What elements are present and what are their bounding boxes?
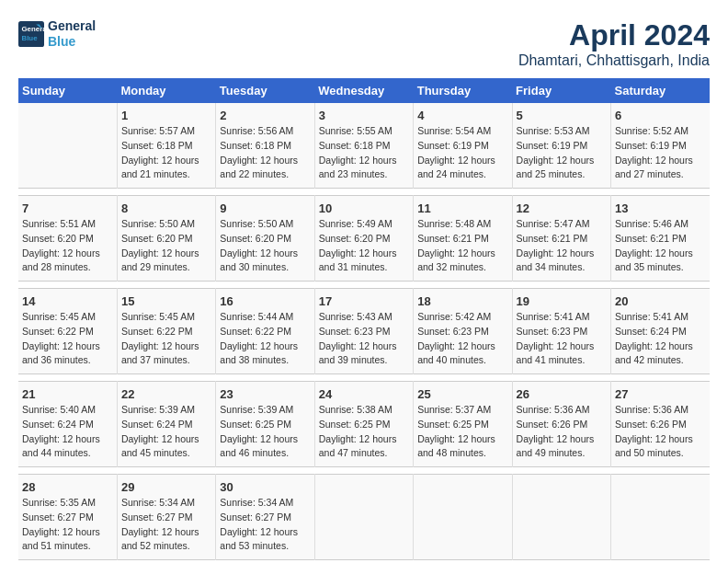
day-number: 3 bbox=[319, 109, 409, 122]
calendar-cell: 4Sunrise: 5:54 AM Sunset: 6:19 PM Daylig… bbox=[414, 103, 512, 189]
calendar-cell: 3Sunrise: 5:55 AM Sunset: 6:18 PM Daylig… bbox=[314, 103, 413, 189]
calendar-cell bbox=[512, 475, 610, 560]
calendar-cell: 12Sunrise: 5:47 AM Sunset: 6:21 PM Dayli… bbox=[512, 196, 610, 282]
calendar-cell: 25Sunrise: 5:37 AM Sunset: 6:25 PM Dayli… bbox=[414, 382, 512, 467]
weekday-header: Friday bbox=[512, 78, 610, 103]
day-number: 8 bbox=[121, 201, 211, 215]
separator-cell bbox=[18, 374, 710, 382]
day-number: 7 bbox=[22, 201, 113, 215]
day-info: Sunrise: 5:54 AM Sunset: 6:19 PM Dayligh… bbox=[417, 124, 507, 182]
calendar-cell bbox=[18, 103, 117, 189]
calendar-week-row: 14Sunrise: 5:45 AM Sunset: 6:22 PM Dayli… bbox=[18, 289, 710, 374]
calendar-cell: 24Sunrise: 5:38 AM Sunset: 6:25 PM Dayli… bbox=[314, 382, 413, 467]
day-number: 18 bbox=[417, 294, 507, 308]
day-info: Sunrise: 5:48 AM Sunset: 6:21 PM Dayligh… bbox=[417, 217, 507, 275]
day-number: 26 bbox=[517, 387, 607, 401]
day-info: Sunrise: 5:47 AM Sunset: 6:21 PM Dayligh… bbox=[517, 217, 607, 275]
page-header: General Blue General Blue April 2024 Dha… bbox=[18, 18, 710, 69]
calendar-cell: 29Sunrise: 5:34 AM Sunset: 6:27 PM Dayli… bbox=[117, 475, 215, 560]
day-info: Sunrise: 5:39 AM Sunset: 6:24 PM Dayligh… bbox=[121, 403, 211, 461]
month-title: April 2024 bbox=[518, 18, 710, 52]
calendar-cell: 2Sunrise: 5:56 AM Sunset: 6:18 PM Daylig… bbox=[216, 103, 314, 189]
day-number: 12 bbox=[517, 201, 607, 215]
calendar-week-row: 28Sunrise: 5:35 AM Sunset: 6:27 PM Dayli… bbox=[18, 475, 710, 560]
day-number: 5 bbox=[517, 109, 607, 122]
day-info: Sunrise: 5:50 AM Sunset: 6:20 PM Dayligh… bbox=[220, 217, 310, 275]
calendar-cell bbox=[414, 475, 512, 560]
day-info: Sunrise: 5:41 AM Sunset: 6:23 PM Dayligh… bbox=[517, 310, 607, 368]
day-info: Sunrise: 5:41 AM Sunset: 6:24 PM Dayligh… bbox=[615, 310, 706, 368]
weekday-header: Thursday bbox=[414, 78, 512, 103]
week-separator bbox=[18, 374, 710, 382]
day-number: 11 bbox=[417, 201, 507, 215]
day-number: 2 bbox=[220, 109, 310, 122]
day-number: 14 bbox=[22, 294, 113, 308]
calendar-table: SundayMondayTuesdayWednesdayThursdayFrid… bbox=[18, 78, 710, 560]
day-number: 17 bbox=[319, 294, 409, 308]
day-info: Sunrise: 5:39 AM Sunset: 6:25 PM Dayligh… bbox=[220, 403, 310, 461]
calendar-week-row: 21Sunrise: 5:40 AM Sunset: 6:24 PM Dayli… bbox=[18, 382, 710, 467]
calendar-cell: 14Sunrise: 5:45 AM Sunset: 6:22 PM Dayli… bbox=[18, 289, 117, 374]
day-info: Sunrise: 5:55 AM Sunset: 6:18 PM Dayligh… bbox=[319, 124, 409, 182]
day-number: 13 bbox=[615, 201, 706, 215]
calendar-week-row: 1Sunrise: 5:57 AM Sunset: 6:18 PM Daylig… bbox=[18, 103, 710, 189]
weekday-header: Monday bbox=[117, 78, 215, 103]
weekday-header: Tuesday bbox=[216, 78, 314, 103]
day-info: Sunrise: 5:46 AM Sunset: 6:21 PM Dayligh… bbox=[615, 217, 706, 275]
day-info: Sunrise: 5:38 AM Sunset: 6:25 PM Dayligh… bbox=[319, 403, 409, 461]
calendar-cell: 21Sunrise: 5:40 AM Sunset: 6:24 PM Dayli… bbox=[18, 382, 117, 467]
day-info: Sunrise: 5:51 AM Sunset: 6:20 PM Dayligh… bbox=[22, 217, 113, 275]
day-info: Sunrise: 5:37 AM Sunset: 6:25 PM Dayligh… bbox=[417, 403, 507, 461]
calendar-cell: 15Sunrise: 5:45 AM Sunset: 6:22 PM Dayli… bbox=[117, 289, 215, 374]
calendar-cell: 6Sunrise: 5:52 AM Sunset: 6:19 PM Daylig… bbox=[611, 103, 710, 189]
separator-cell bbox=[18, 189, 710, 196]
logo-general: General bbox=[48, 18, 96, 34]
week-separator bbox=[18, 189, 710, 196]
logo-blue: Blue bbox=[48, 34, 96, 50]
day-number: 21 bbox=[22, 387, 113, 401]
day-number: 4 bbox=[417, 109, 507, 122]
day-info: Sunrise: 5:52 AM Sunset: 6:19 PM Dayligh… bbox=[615, 124, 706, 182]
calendar-cell: 5Sunrise: 5:53 AM Sunset: 6:19 PM Daylig… bbox=[512, 103, 610, 189]
calendar-cell bbox=[611, 475, 710, 560]
logo-icon: General Blue bbox=[18, 21, 44, 47]
logo: General Blue General Blue bbox=[18, 18, 96, 50]
day-number: 27 bbox=[615, 387, 706, 401]
day-number: 1 bbox=[121, 109, 211, 122]
day-number: 29 bbox=[121, 480, 211, 494]
calendar-cell: 10Sunrise: 5:49 AM Sunset: 6:20 PM Dayli… bbox=[314, 196, 413, 282]
calendar-cell: 11Sunrise: 5:48 AM Sunset: 6:21 PM Dayli… bbox=[414, 196, 512, 282]
location-title: Dhamtari, Chhattisgarh, India bbox=[518, 52, 710, 69]
day-info: Sunrise: 5:35 AM Sunset: 6:27 PM Dayligh… bbox=[22, 496, 113, 554]
day-info: Sunrise: 5:56 AM Sunset: 6:18 PM Dayligh… bbox=[220, 124, 310, 182]
calendar-cell bbox=[314, 475, 413, 560]
calendar-cell: 7Sunrise: 5:51 AM Sunset: 6:20 PM Daylig… bbox=[18, 196, 117, 282]
day-info: Sunrise: 5:45 AM Sunset: 6:22 PM Dayligh… bbox=[121, 310, 211, 368]
day-number: 10 bbox=[319, 201, 409, 215]
calendar-cell: 18Sunrise: 5:42 AM Sunset: 6:23 PM Dayli… bbox=[414, 289, 512, 374]
week-separator bbox=[18, 282, 710, 289]
day-number: 28 bbox=[22, 480, 113, 494]
day-number: 30 bbox=[220, 480, 310, 494]
separator-cell bbox=[18, 282, 710, 289]
day-number: 22 bbox=[121, 387, 211, 401]
day-info: Sunrise: 5:49 AM Sunset: 6:20 PM Dayligh… bbox=[319, 217, 409, 275]
day-info: Sunrise: 5:34 AM Sunset: 6:27 PM Dayligh… bbox=[220, 496, 310, 554]
weekday-header: Saturday bbox=[611, 78, 710, 103]
day-info: Sunrise: 5:57 AM Sunset: 6:18 PM Dayligh… bbox=[121, 124, 211, 182]
calendar-cell: 13Sunrise: 5:46 AM Sunset: 6:21 PM Dayli… bbox=[611, 196, 710, 282]
day-number: 15 bbox=[121, 294, 211, 308]
calendar-week-row: 7Sunrise: 5:51 AM Sunset: 6:20 PM Daylig… bbox=[18, 196, 710, 282]
calendar-cell: 20Sunrise: 5:41 AM Sunset: 6:24 PM Dayli… bbox=[611, 289, 710, 374]
day-number: 24 bbox=[319, 387, 409, 401]
title-block: April 2024 Dhamtari, Chhattisgarh, India bbox=[518, 18, 710, 69]
day-info: Sunrise: 5:44 AM Sunset: 6:22 PM Dayligh… bbox=[220, 310, 310, 368]
weekday-header: Sunday bbox=[18, 78, 117, 103]
calendar-cell: 30Sunrise: 5:34 AM Sunset: 6:27 PM Dayli… bbox=[216, 475, 314, 560]
calendar-cell: 8Sunrise: 5:50 AM Sunset: 6:20 PM Daylig… bbox=[117, 196, 215, 282]
calendar-cell: 26Sunrise: 5:36 AM Sunset: 6:26 PM Dayli… bbox=[512, 382, 610, 467]
calendar-cell: 23Sunrise: 5:39 AM Sunset: 6:25 PM Dayli… bbox=[216, 382, 314, 467]
day-number: 20 bbox=[615, 294, 706, 308]
calendar-header-row: SundayMondayTuesdayWednesdayThursdayFrid… bbox=[18, 78, 710, 103]
day-info: Sunrise: 5:36 AM Sunset: 6:26 PM Dayligh… bbox=[615, 403, 706, 461]
